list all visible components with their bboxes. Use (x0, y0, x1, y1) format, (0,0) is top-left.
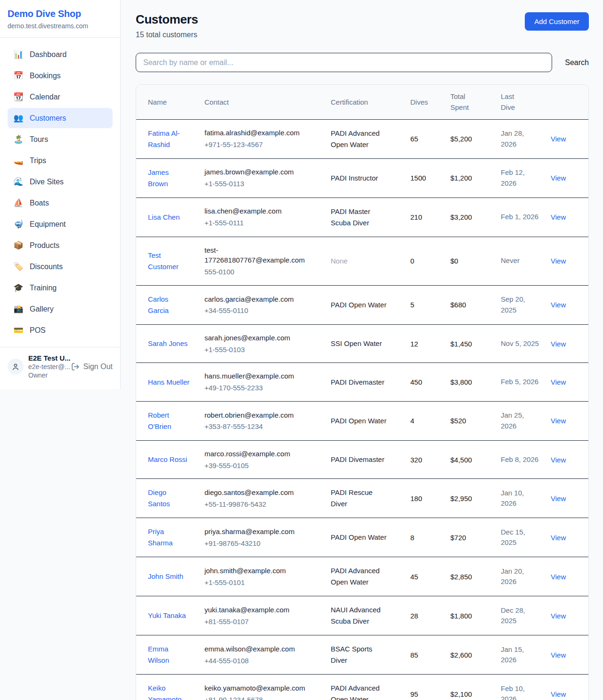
customer-name-link[interactable]: Hans Mueller (148, 377, 189, 388)
customer-phone: +81-555-0107 (204, 617, 317, 627)
sidebar-item-training[interactable]: 🎓 Training (8, 278, 113, 298)
customer-dives: 210 (410, 198, 450, 237)
customer-name-link[interactable]: James Brown (148, 167, 190, 189)
sidebar-item-calendar[interactable]: 📆 Calendar (8, 87, 113, 107)
customer-last-dive: Feb 10, 2026 (501, 675, 551, 700)
customer-certification: PADI Instructor (331, 158, 410, 198)
graduation-cap-icon: 🎓 (13, 283, 24, 293)
customer-name-link[interactable]: Lisa Chen (148, 212, 180, 223)
sidebar-item-label: Boats (30, 199, 49, 207)
view-customer-link[interactable]: View (551, 417, 566, 425)
sign-out-button[interactable]: Sign Out (71, 362, 113, 371)
sidebar-item-tours[interactable]: 🏝️ Tours (8, 129, 113, 149)
customer-email: yuki.tanaka@example.com (204, 605, 317, 615)
view-customer-link[interactable]: View (551, 213, 566, 221)
column-header-dives: Dives (410, 85, 450, 119)
customer-last-dive: Feb 1, 2026 (501, 198, 551, 237)
view-customer-link[interactable]: View (551, 340, 566, 348)
sidebar-item-label: Products (30, 241, 59, 250)
customer-name-link[interactable]: Carlos Garcia (148, 294, 190, 316)
customer-name-link[interactable]: John Smith (148, 571, 183, 582)
column-header-contact: Contact (204, 85, 331, 119)
customer-name-link[interactable]: Sarah Jones (148, 338, 187, 349)
view-customer-link[interactable]: View (551, 612, 566, 620)
sidebar-item-bookings[interactable]: 📅 Bookings (8, 66, 113, 86)
sidebar-item-label: Bookings (30, 72, 61, 80)
customer-total-spent: $4,500 (450, 440, 501, 479)
sidebar-item-label: Equipment (30, 220, 66, 229)
table-row: Emma Wilson emma.wilson@example.com +44-… (136, 635, 589, 675)
customers-table: Name Contact Certification Dives Total S… (136, 85, 589, 700)
customer-phone: +1-555-0101 (204, 577, 317, 588)
table-row: John Smith john.smith@example.com +1-555… (136, 557, 589, 596)
page-title: Customers (136, 12, 198, 27)
customer-name-link[interactable]: Emma Wilson (148, 643, 190, 666)
customer-dives: 45 (410, 557, 450, 596)
view-customer-link[interactable]: View (551, 651, 566, 659)
sidebar-nav: 📊 Dashboard 📅 Bookings 📆 Calendar 👥 Cust… (0, 38, 120, 347)
view-customer-link[interactable]: View (551, 573, 566, 581)
sidebar-item-gallery[interactable]: 📸 Gallery (8, 299, 113, 319)
search-button[interactable]: Search (565, 58, 589, 67)
customer-last-dive: Dec 28, 2025 (501, 596, 551, 635)
customer-email: marco.rossi@example.com (204, 449, 317, 459)
customer-email: keiko.yamamoto@example.com (204, 683, 317, 693)
sidebar-header: Demo Dive Shop demo.test.divestreams.com (0, 0, 120, 37)
app-root: Demo Dive Shop demo.test.divestreams.com… (0, 0, 603, 700)
view-customer-link[interactable]: View (551, 301, 566, 309)
customer-phone: +91-98765-43210 (204, 538, 317, 549)
customer-email: john.smith@example.com (204, 566, 317, 576)
sidebar-item-dashboard[interactable]: 📊 Dashboard (8, 44, 113, 65)
sidebar-item-pos[interactable]: 💳 POS (8, 320, 113, 340)
customer-name-link[interactable]: Yuki Tanaka (148, 610, 186, 621)
view-customer-link[interactable]: View (551, 135, 566, 143)
customer-name-link[interactable]: Diego Santos (148, 487, 190, 510)
view-customer-link[interactable]: View (551, 174, 566, 182)
customer-name-link[interactable]: Priya Sharma (148, 526, 190, 549)
view-customer-link[interactable]: View (551, 257, 566, 265)
view-customer-link[interactable]: View (551, 534, 566, 542)
table-row: Sarah Jones sarah.jones@example.com +1-5… (136, 324, 589, 363)
customer-certification: BSAC Sports Diver (331, 635, 410, 675)
customer-total-spent: $3,800 (450, 363, 501, 402)
customer-dives: 28 (410, 596, 450, 635)
sidebar-item-dive-sites[interactable]: 🌊 Dive Sites (8, 172, 113, 192)
view-customer-link[interactable]: View (551, 690, 566, 698)
sidebar-item-boats[interactable]: ⛵ Boats (8, 193, 113, 213)
customer-certification: None (331, 237, 410, 285)
customer-total-spent: $2,600 (450, 635, 501, 675)
view-customer-link[interactable]: View (551, 378, 566, 386)
customer-last-dive: Feb 12, 2026 (501, 158, 551, 198)
sidebar-item-products[interactable]: 📦 Products (8, 235, 113, 255)
sidebar-item-label: Discounts (30, 263, 63, 271)
sign-out-icon (71, 362, 80, 371)
view-customer-link[interactable]: View (551, 494, 566, 502)
customer-name-link[interactable]: Marco Rossi (148, 454, 187, 465)
view-customer-link[interactable]: View (551, 456, 566, 464)
sailboat-icon: ⛵ (13, 198, 24, 208)
customer-phone: +34-555-0110 (204, 305, 317, 316)
sidebar-item-customers[interactable]: 👥 Customers (8, 108, 113, 128)
customer-name-link[interactable]: Robert O'Brien (148, 410, 190, 432)
user-name: E2E Test U... (28, 354, 66, 362)
add-customer-button[interactable]: Add Customer (525, 12, 589, 31)
shop-domain: demo.test.divestreams.com (8, 22, 113, 30)
customer-email: test-1772681807767@example.com (204, 245, 317, 266)
sidebar-item-trips[interactable]: 🚤 Trips (8, 150, 113, 171)
search-input[interactable] (136, 53, 552, 72)
customer-email: sarah.jones@example.com (204, 333, 317, 343)
avatar (8, 359, 24, 375)
customer-certification: PADI Advanced Open Water (331, 119, 410, 158)
sidebar-item-label: POS (30, 326, 46, 335)
customer-last-dive: Jan 20, 2026 (501, 557, 551, 596)
customer-name-link[interactable]: Fatima Al-Rashid (148, 128, 190, 150)
customers-table-card: Name Contact Certification Dives Total S… (136, 84, 589, 700)
customer-dives: 320 (410, 440, 450, 479)
customer-name-link[interactable]: Test Customer (148, 250, 190, 272)
customer-certification: SSI Open Water (331, 324, 410, 363)
customer-total-spent: $2,950 (450, 479, 501, 518)
customer-name-link[interactable]: Keiko Yamamoto (148, 683, 190, 700)
sidebar-item-discounts[interactable]: 🏷️ Discounts (8, 256, 113, 277)
sidebar-item-equipment[interactable]: 🤿 Equipment (8, 214, 113, 234)
table-row: Keiko Yamamoto keiko.yamamoto@example.co… (136, 675, 589, 700)
